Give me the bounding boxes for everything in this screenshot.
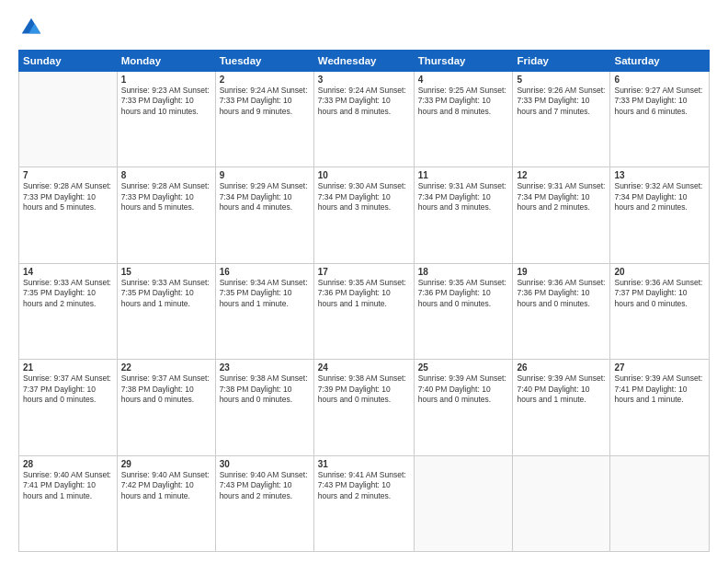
- day-info: Sunrise: 9:40 AM Sunset: 7:42 PM Dayligh…: [121, 470, 211, 501]
- day-number: 21: [23, 362, 113, 373]
- day-number: 2: [220, 75, 310, 85]
- day-number: 30: [220, 459, 310, 469]
- week-row-4: 21Sunrise: 9:37 AM Sunset: 7:37 PM Dayli…: [19, 360, 710, 455]
- col-header-friday: Friday: [513, 51, 610, 72]
- day-info: Sunrise: 9:26 AM Sunset: 7:33 PM Dayligh…: [517, 86, 606, 117]
- day-info: Sunrise: 9:39 AM Sunset: 7:41 PM Dayligh…: [614, 373, 705, 405]
- day-info: Sunrise: 9:40 AM Sunset: 7:41 PM Dayligh…: [23, 470, 113, 501]
- day-cell: 22Sunrise: 9:37 AM Sunset: 7:38 PM Dayli…: [117, 360, 215, 455]
- day-info: Sunrise: 9:33 AM Sunset: 7:35 PM Dayligh…: [23, 278, 113, 309]
- day-info: Sunrise: 9:24 AM Sunset: 7:33 PM Dayligh…: [318, 86, 410, 117]
- col-header-wednesday: Wednesday: [313, 51, 414, 72]
- day-number: 25: [418, 362, 509, 373]
- page: SundayMondayTuesdayWednesdayThursdayFrid…: [0, 0, 728, 563]
- day-cell: 15Sunrise: 9:33 AM Sunset: 7:35 PM Dayli…: [117, 263, 215, 359]
- day-info: Sunrise: 9:35 AM Sunset: 7:36 PM Dayligh…: [318, 278, 410, 309]
- day-number: 14: [23, 267, 113, 277]
- day-number: 23: [220, 362, 310, 373]
- calendar-header: SundayMondayTuesdayWednesdayThursdayFrid…: [19, 51, 710, 72]
- day-number: 11: [418, 170, 509, 180]
- day-number: 8: [121, 170, 211, 180]
- day-number: 3: [318, 75, 410, 85]
- week-row-1: 1Sunrise: 9:23 AM Sunset: 7:33 PM Daylig…: [19, 72, 710, 167]
- day-info: Sunrise: 9:36 AM Sunset: 7:37 PM Dayligh…: [614, 278, 705, 309]
- day-number: 6: [614, 75, 705, 85]
- day-cell: 21Sunrise: 9:37 AM Sunset: 7:37 PM Dayli…: [19, 360, 118, 455]
- header-row: SundayMondayTuesdayWednesdayThursdayFrid…: [19, 51, 710, 72]
- day-info: Sunrise: 9:41 AM Sunset: 7:43 PM Dayligh…: [318, 470, 410, 501]
- day-number: 17: [318, 267, 410, 277]
- day-cell: 26Sunrise: 9:39 AM Sunset: 7:40 PM Dayli…: [513, 360, 610, 455]
- day-cell: 12Sunrise: 9:31 AM Sunset: 7:34 PM Dayli…: [513, 167, 610, 263]
- day-number: 12: [517, 170, 606, 180]
- day-cell: [19, 72, 118, 167]
- day-cell: 19Sunrise: 9:36 AM Sunset: 7:36 PM Dayli…: [513, 263, 610, 359]
- col-header-thursday: Thursday: [414, 51, 513, 72]
- week-row-3: 14Sunrise: 9:33 AM Sunset: 7:35 PM Dayli…: [19, 263, 710, 359]
- day-number: 28: [23, 459, 113, 469]
- day-info: Sunrise: 9:25 AM Sunset: 7:33 PM Dayligh…: [418, 86, 509, 117]
- col-header-monday: Monday: [117, 51, 215, 72]
- day-cell: 23Sunrise: 9:38 AM Sunset: 7:38 PM Dayli…: [215, 360, 313, 455]
- day-number: 20: [614, 267, 705, 277]
- day-info: Sunrise: 9:31 AM Sunset: 7:34 PM Dayligh…: [517, 181, 606, 213]
- day-cell: 10Sunrise: 9:30 AM Sunset: 7:34 PM Dayli…: [313, 167, 414, 263]
- day-cell: [513, 455, 610, 551]
- day-info: Sunrise: 9:39 AM Sunset: 7:40 PM Dayligh…: [517, 373, 606, 405]
- day-number: 26: [517, 362, 606, 373]
- day-cell: 27Sunrise: 9:39 AM Sunset: 7:41 PM Dayli…: [610, 360, 710, 455]
- day-info: Sunrise: 9:40 AM Sunset: 7:43 PM Dayligh…: [220, 470, 310, 501]
- day-cell: [414, 455, 513, 551]
- day-info: Sunrise: 9:35 AM Sunset: 7:36 PM Dayligh…: [418, 278, 509, 309]
- day-number: 29: [121, 459, 211, 469]
- week-row-5: 28Sunrise: 9:40 AM Sunset: 7:41 PM Dayli…: [19, 455, 710, 551]
- day-info: Sunrise: 9:36 AM Sunset: 7:36 PM Dayligh…: [517, 278, 606, 309]
- day-cell: 4Sunrise: 9:25 AM Sunset: 7:33 PM Daylig…: [414, 72, 513, 167]
- day-number: 1: [121, 75, 211, 85]
- day-info: Sunrise: 9:38 AM Sunset: 7:38 PM Dayligh…: [220, 373, 310, 405]
- day-info: Sunrise: 9:37 AM Sunset: 7:38 PM Dayligh…: [121, 373, 211, 405]
- col-header-tuesday: Tuesday: [215, 51, 313, 72]
- header: [18, 15, 710, 40]
- day-number: 5: [517, 75, 606, 85]
- day-info: Sunrise: 9:33 AM Sunset: 7:35 PM Dayligh…: [121, 278, 211, 309]
- day-cell: 25Sunrise: 9:39 AM Sunset: 7:40 PM Dayli…: [414, 360, 513, 455]
- day-info: Sunrise: 9:30 AM Sunset: 7:34 PM Dayligh…: [318, 181, 410, 213]
- day-cell: 2Sunrise: 9:24 AM Sunset: 7:33 PM Daylig…: [215, 72, 313, 167]
- day-number: 4: [418, 75, 509, 85]
- col-header-saturday: Saturday: [610, 51, 710, 72]
- day-cell: 1Sunrise: 9:23 AM Sunset: 7:33 PM Daylig…: [117, 72, 215, 167]
- day-info: Sunrise: 9:28 AM Sunset: 7:33 PM Dayligh…: [121, 181, 211, 213]
- day-cell: 18Sunrise: 9:35 AM Sunset: 7:36 PM Dayli…: [414, 263, 513, 359]
- day-info: Sunrise: 9:38 AM Sunset: 7:39 PM Dayligh…: [318, 373, 410, 405]
- day-cell: 9Sunrise: 9:29 AM Sunset: 7:34 PM Daylig…: [215, 167, 313, 263]
- day-info: Sunrise: 9:37 AM Sunset: 7:37 PM Dayligh…: [23, 373, 113, 405]
- day-cell: 30Sunrise: 9:40 AM Sunset: 7:43 PM Dayli…: [215, 455, 313, 551]
- day-cell: 14Sunrise: 9:33 AM Sunset: 7:35 PM Dayli…: [19, 263, 118, 359]
- day-cell: 31Sunrise: 9:41 AM Sunset: 7:43 PM Dayli…: [313, 455, 414, 551]
- day-number: 27: [614, 362, 705, 373]
- day-cell: 17Sunrise: 9:35 AM Sunset: 7:36 PM Dayli…: [313, 263, 414, 359]
- day-info: Sunrise: 9:32 AM Sunset: 7:34 PM Dayligh…: [614, 181, 705, 213]
- day-cell: 7Sunrise: 9:28 AM Sunset: 7:33 PM Daylig…: [19, 167, 118, 263]
- day-cell: 3Sunrise: 9:24 AM Sunset: 7:33 PM Daylig…: [313, 72, 414, 167]
- day-info: Sunrise: 9:29 AM Sunset: 7:34 PM Dayligh…: [220, 181, 310, 213]
- day-number: 31: [318, 459, 410, 469]
- day-number: 9: [220, 170, 310, 180]
- day-number: 15: [121, 267, 211, 277]
- day-number: 16: [220, 267, 310, 277]
- day-cell: 11Sunrise: 9:31 AM Sunset: 7:34 PM Dayli…: [414, 167, 513, 263]
- day-info: Sunrise: 9:31 AM Sunset: 7:34 PM Dayligh…: [418, 181, 509, 213]
- logo: [18, 15, 50, 40]
- logo-icon: [18, 15, 44, 40]
- day-cell: 24Sunrise: 9:38 AM Sunset: 7:39 PM Dayli…: [313, 360, 414, 455]
- day-info: Sunrise: 9:39 AM Sunset: 7:40 PM Dayligh…: [418, 373, 509, 405]
- day-info: Sunrise: 9:34 AM Sunset: 7:35 PM Dayligh…: [220, 278, 310, 309]
- day-cell: 6Sunrise: 9:27 AM Sunset: 7:33 PM Daylig…: [610, 72, 710, 167]
- day-cell: 13Sunrise: 9:32 AM Sunset: 7:34 PM Dayli…: [610, 167, 710, 263]
- calendar-body: 1Sunrise: 9:23 AM Sunset: 7:33 PM Daylig…: [19, 72, 710, 552]
- day-number: 13: [614, 170, 705, 180]
- day-info: Sunrise: 9:23 AM Sunset: 7:33 PM Dayligh…: [121, 86, 211, 117]
- day-info: Sunrise: 9:24 AM Sunset: 7:33 PM Dayligh…: [220, 86, 310, 117]
- day-number: 24: [318, 362, 410, 373]
